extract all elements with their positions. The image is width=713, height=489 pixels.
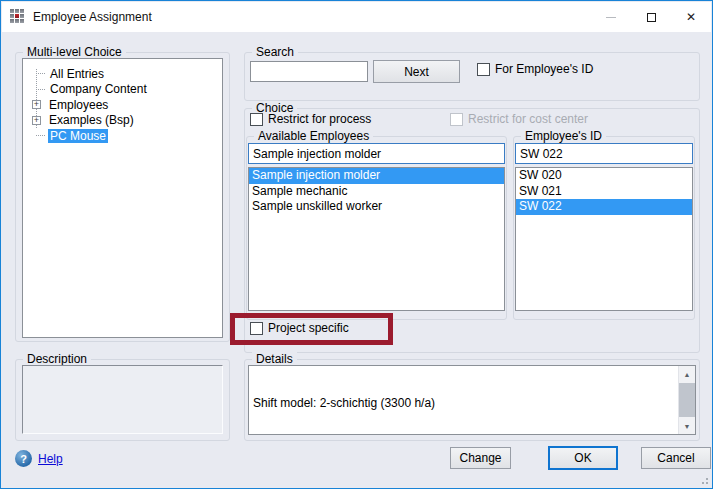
list-item[interactable]: SW 020: [516, 168, 692, 184]
checkbox-box: [477, 63, 490, 76]
tree-item-examples-bsp[interactable]: + Examples (Bsp): [23, 113, 222, 129]
list-item[interactable]: SW 022: [516, 199, 692, 215]
cancel-button[interactable]: Cancel: [641, 447, 711, 469]
details-scrollbar[interactable]: ▲ ▼: [678, 366, 695, 434]
expand-plus-icon[interactable]: +: [32, 100, 41, 109]
scrollbar-thumb[interactable]: [679, 383, 695, 417]
multi-level-choice-label: Multi-level Choice: [23, 45, 126, 59]
employees-id-label: Employee's ID: [521, 129, 606, 143]
close-icon: ✕: [686, 11, 696, 23]
checkbox-box: [450, 113, 463, 126]
checkbox-box: [250, 113, 263, 126]
help-icon[interactable]: ?: [15, 450, 32, 467]
tree-item-company-content[interactable]: Company Content: [23, 82, 222, 98]
multi-level-tree: All Entries Company Content + Employees …: [22, 58, 223, 338]
search-input[interactable]: [250, 61, 368, 82]
title-bar: Employee Assignment ✕: [2, 2, 711, 32]
employee-assignment-dialog: Employee Assignment ✕ Multi-level Choice…: [0, 0, 713, 489]
restrict-for-process-checkbox[interactable]: Restrict for process: [250, 112, 371, 126]
available-employees-label: Available Employees: [254, 129, 373, 143]
employees-id-field[interactable]: [515, 143, 693, 164]
maximize-icon: [647, 13, 656, 22]
app-grid-icon: [10, 9, 26, 25]
tree-connector: [36, 135, 45, 136]
minimize-icon: [606, 17, 616, 18]
tree-item-pc-mouse[interactable]: PC Mouse: [23, 128, 222, 144]
tree-item-all-entries[interactable]: All Entries: [23, 66, 222, 82]
employees-id-list[interactable]: SW 020 SW 021 SW 022: [515, 167, 693, 311]
details-line: Shift model: 2-schichtig (3300 h/a): [253, 396, 675, 410]
for-employees-id-checkbox[interactable]: For Employee's ID: [477, 62, 593, 76]
restrict-for-cost-center-checkbox: Restrict for cost center: [450, 112, 588, 126]
help-link[interactable]: Help: [38, 452, 63, 466]
details-label: Details: [252, 352, 297, 366]
available-employees-field[interactable]: [248, 143, 505, 164]
description-textarea: [22, 365, 223, 434]
checkbox-box: [250, 322, 263, 335]
expand-plus-icon[interactable]: +: [32, 116, 41, 125]
description-label: Description: [23, 352, 91, 366]
list-item[interactable]: Sample injection molder: [249, 168, 504, 184]
details-textarea: Shift model: 2-schichtig (3300 h/a) Work…: [248, 365, 696, 435]
change-button[interactable]: Change: [450, 447, 511, 469]
list-item[interactable]: Sample mechanic: [249, 184, 504, 200]
close-button[interactable]: ✕: [671, 2, 711, 32]
minimize-button: [591, 2, 631, 32]
project-specific-checkbox[interactable]: Project specific: [250, 321, 349, 335]
ok-button[interactable]: OK: [548, 446, 618, 470]
tree-item-employees[interactable]: + Employees: [23, 97, 222, 113]
tree-connector: [36, 73, 45, 74]
details-text: Shift model: 2-schichtig (3300 h/a) Work…: [253, 368, 675, 435]
search-label: Search: [252, 45, 298, 59]
resize-grip[interactable]: [698, 474, 700, 476]
scroll-up-icon[interactable]: ▲: [679, 366, 695, 382]
maximize-button[interactable]: [631, 2, 671, 32]
list-item[interactable]: Sample unskilled worker: [249, 199, 504, 215]
scroll-down-icon[interactable]: ▼: [679, 418, 695, 434]
available-employees-list[interactable]: Sample injection molder Sample mechanic …: [248, 167, 505, 311]
window-title: Employee Assignment: [33, 10, 152, 24]
tree-connector: [36, 89, 45, 90]
next-button[interactable]: Next: [373, 60, 460, 83]
list-item[interactable]: SW 021: [516, 184, 692, 200]
